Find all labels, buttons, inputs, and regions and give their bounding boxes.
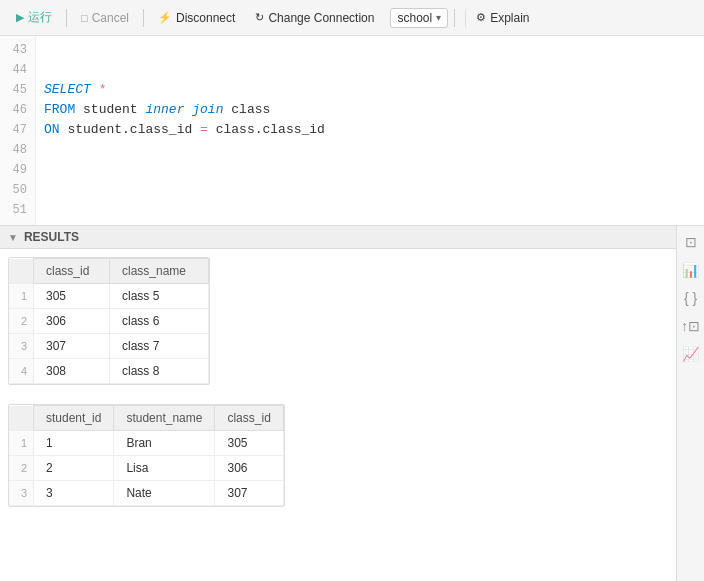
table-row: 1 305 class 5 xyxy=(9,284,209,309)
row-num: 3 xyxy=(9,334,34,359)
table-row: 3 307 class 7 xyxy=(9,334,209,359)
cancel-button[interactable]: □ Cancel xyxy=(73,8,137,28)
change-connection-button[interactable]: ↻ Change Connection xyxy=(247,8,382,28)
cell: 307 xyxy=(215,481,283,506)
row-num: 1 xyxy=(9,284,34,309)
line-numbers: 43 44 45 46 47 48 49 50 51 xyxy=(0,36,36,225)
chevron-down-icon: ▾ xyxy=(436,12,441,23)
code-line-43 xyxy=(44,40,696,60)
toolbar: ▶ 运行 □ Cancel ⚡ Disconnect ↻ Change Conn… xyxy=(0,0,704,36)
tables-container: class_id class_name 1 305 class 5 xyxy=(0,249,676,581)
run-button[interactable]: ▶ 运行 xyxy=(8,6,60,29)
cell: 307 xyxy=(34,334,110,359)
results-header: ▼ RESULTS xyxy=(0,226,676,249)
code-line-47: ON student.class_id = class.class_id xyxy=(44,120,696,140)
run-icon: ▶ xyxy=(16,11,24,24)
code-line-50 xyxy=(44,180,696,200)
cell: class 5 xyxy=(110,284,209,309)
cell: 306 xyxy=(215,456,283,481)
cell: 306 xyxy=(34,309,110,334)
separator-2 xyxy=(143,9,144,27)
results-title: RESULTS xyxy=(24,230,79,244)
collapse-arrow-icon[interactable]: ▼ xyxy=(8,232,18,243)
cell: Bran xyxy=(114,431,215,456)
cell: class 8 xyxy=(110,359,209,384)
right-sidebar: ⊡ 📊 { } ↑⊡ 📈 xyxy=(676,226,704,581)
line-num-51: 51 xyxy=(0,200,35,220)
code-line-49 xyxy=(44,160,696,180)
table-2-header-row: student_id student_name class_id xyxy=(9,406,283,431)
line-num-47: 47 xyxy=(0,120,35,140)
row-num: 2 xyxy=(9,309,34,334)
code-area[interactable]: SELECT * FROM student inner join class O… xyxy=(36,36,704,225)
analytics-icon[interactable]: 📈 xyxy=(682,346,699,362)
cell: class 6 xyxy=(110,309,209,334)
table-row: 4 308 class 8 xyxy=(9,359,209,384)
results-section: ▼ RESULTS class_id class_name xyxy=(0,226,704,581)
cell: 3 xyxy=(34,481,114,506)
line-num-45: 45 xyxy=(0,80,35,100)
code-line-44 xyxy=(44,60,696,80)
row-num: 2 xyxy=(9,456,34,481)
result-table-2-wrapper: student_id student_name class_id 1 1 Bra… xyxy=(8,404,668,510)
cell: Lisa xyxy=(114,456,215,481)
main-content: 43 44 45 46 47 48 49 50 51 SELECT * FROM… xyxy=(0,36,704,581)
row-num: 4 xyxy=(9,359,34,384)
export-data-icon[interactable]: ↑⊡ xyxy=(681,318,700,334)
line-num-50: 50 xyxy=(0,180,35,200)
cell: 305 xyxy=(215,431,283,456)
disconnect-button[interactable]: ⚡ Disconnect xyxy=(150,8,243,28)
separator-1 xyxy=(66,9,67,27)
table-row: 3 3 Nate 307 xyxy=(9,481,283,506)
separator-3 xyxy=(454,9,455,27)
cancel-icon: □ xyxy=(81,12,88,24)
result-table-1: class_id class_name 1 305 class 5 xyxy=(9,258,209,384)
explain-button[interactable]: ⚙ Explain xyxy=(465,8,537,28)
connection-name: school xyxy=(397,11,432,25)
disconnect-icon: ⚡ xyxy=(158,11,172,24)
cell: Nate xyxy=(114,481,215,506)
code-line-51 xyxy=(44,200,696,220)
export-table-icon[interactable]: ⊡ xyxy=(685,234,697,250)
table-1-header-row: class_id class_name xyxy=(9,259,209,284)
row-num: 1 xyxy=(9,431,34,456)
connection-selector[interactable]: school ▾ xyxy=(390,8,448,28)
line-num-43: 43 xyxy=(0,40,35,60)
result-table-2: student_id student_name class_id 1 1 Bra… xyxy=(9,405,284,506)
cell: class 7 xyxy=(110,334,209,359)
cell: 305 xyxy=(34,284,110,309)
cell: 1 xyxy=(34,431,114,456)
table-row: 2 2 Lisa 306 xyxy=(9,456,283,481)
code-line-48 xyxy=(44,140,696,160)
result-table-1-wrapper: class_id class_name 1 305 class 5 xyxy=(8,257,668,388)
code-line-45: SELECT * xyxy=(44,80,696,100)
sql-editor[interactable]: 43 44 45 46 47 48 49 50 51 SELECT * FROM… xyxy=(0,36,704,226)
col-class_id: class_id xyxy=(215,406,283,431)
col-student_id: student_id xyxy=(34,406,114,431)
line-num-44: 44 xyxy=(0,60,35,80)
line-num-49: 49 xyxy=(0,160,35,180)
explain-icon: ⚙ xyxy=(476,11,486,24)
line-num-46: 46 xyxy=(0,100,35,120)
col-student_name: student_name xyxy=(114,406,215,431)
table-row: 1 1 Bran 305 xyxy=(9,431,283,456)
cell: 2 xyxy=(34,456,114,481)
col-class_name: class_name xyxy=(110,259,209,284)
cell: 308 xyxy=(34,359,110,384)
change-connection-icon: ↻ xyxy=(255,11,264,24)
code-line-46: FROM student inner join class xyxy=(44,100,696,120)
line-num-48: 48 xyxy=(0,140,35,160)
row-num: 3 xyxy=(9,481,34,506)
json-icon[interactable]: { } xyxy=(684,290,697,306)
col-class_id: class_id xyxy=(34,259,110,284)
table-row: 2 306 class 6 xyxy=(9,309,209,334)
bar-chart-icon[interactable]: 📊 xyxy=(682,262,699,278)
